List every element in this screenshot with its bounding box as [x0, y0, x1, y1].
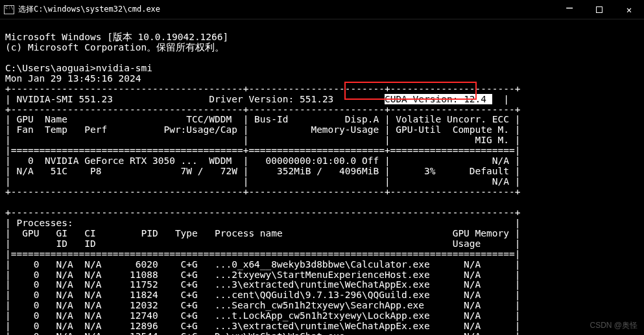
- smi-driver: Driver Version: 551.23: [209, 94, 333, 104]
- window-title: 选择C:\windows\system32\cmd.exe: [18, 4, 160, 15]
- table-row: | 0 N/A N/A 12896 C+G ...3\extracted\run…: [5, 321, 520, 331]
- terminal-output[interactable]: Microsoft Windows [版本 10.0.19042.1266] (…: [0, 19, 644, 335]
- maximize-button[interactable]: [584, 0, 614, 19]
- table-row: | 0 N/A N/A 6020 C+G ...0_x64__8wekyb3d8…: [5, 259, 520, 270]
- table-row: | 0 N/A N/A 11088 C+G ...2txyewy\StartMe…: [5, 270, 520, 280]
- minimize-button[interactable]: ─: [555, 0, 584, 19]
- table-row: | 0 N/A N/A 13544 C+G D:\yy\WeChat\WeCha…: [5, 331, 520, 335]
- smi-header-row2: | Fan Temp Perf Pwr:Usage/Cap | Memory-U…: [5, 124, 520, 135]
- smi-version: NVIDIA-SMI 551.23: [16, 94, 112, 104]
- proc-border-top: +---------------------------------------…: [5, 207, 520, 218]
- table-row: | 0 N/A N/A 12032 C+G ...Search_cw5n1h2t…: [5, 300, 520, 310]
- smi-sep3: +---------------------------------------…: [5, 187, 520, 197]
- smi-sep1: +---------------------------------------…: [5, 104, 520, 115]
- table-row: | 0 N/A N/A 11824 C+G ...cent\QQGuild\9.…: [5, 290, 520, 300]
- cmd-icon: [4, 5, 14, 14]
- watermark: CSDN @奥怪: [590, 320, 638, 331]
- smi-border-top: +---------------------------------------…: [5, 84, 520, 94]
- smi-sep2: |=======================================…: [5, 145, 520, 156]
- table-row: | 0 N/A N/A 12740 C+G ...t.LockApp_cw5n1…: [5, 310, 520, 321]
- gpu-row2: | N/A 51C P8 7W / 72W | 352MiB / 4096MiB…: [5, 166, 520, 176]
- window-titlebar: 选择C:\windows\system32\cmd.exe ─ ✕: [0, 0, 644, 19]
- ms-copyright-line1: Microsoft Windows [版本 10.0.19042.1266]: [5, 32, 228, 42]
- close-button[interactable]: ✕: [614, 0, 644, 19]
- table-row: | 0 N/A N/A 11752 C+G ...3\extracted\run…: [5, 279, 520, 290]
- smi-header-row3: | | | MIG M. |: [5, 135, 520, 145]
- smi-timestamp: Mon Jan 29 13:45:16 2024: [5, 73, 181, 84]
- smi-header-row1: | GPU Name TCC/WDDM | Bus-Id Disp.A | Vo…: [5, 114, 520, 124]
- cuda-version: CUDA Version: 12.4: [385, 94, 492, 104]
- gpu-row3: | | | N/A |: [5, 176, 520, 187]
- proc-header2: | ID ID Usage |: [5, 238, 520, 249]
- proc-header1: | GPU GI CI PID Type Process name GPU Me…: [5, 228, 520, 238]
- proc-title: | Processes: |: [5, 218, 520, 228]
- prompt-path: C:\Users\aoguai>: [5, 63, 96, 73]
- prompt-command: nvidia-smi: [96, 63, 152, 73]
- window-controls: ─ ✕: [555, 0, 644, 19]
- ms-copyright-line2: (c) Microsoft Corporation。保留所有权利。: [5, 42, 224, 52]
- gpu-row1: | 0 NVIDIA GeForce RTX 3050 ... WDDM | 0…: [5, 156, 520, 166]
- proc-sep: |=======================================…: [5, 249, 520, 259]
